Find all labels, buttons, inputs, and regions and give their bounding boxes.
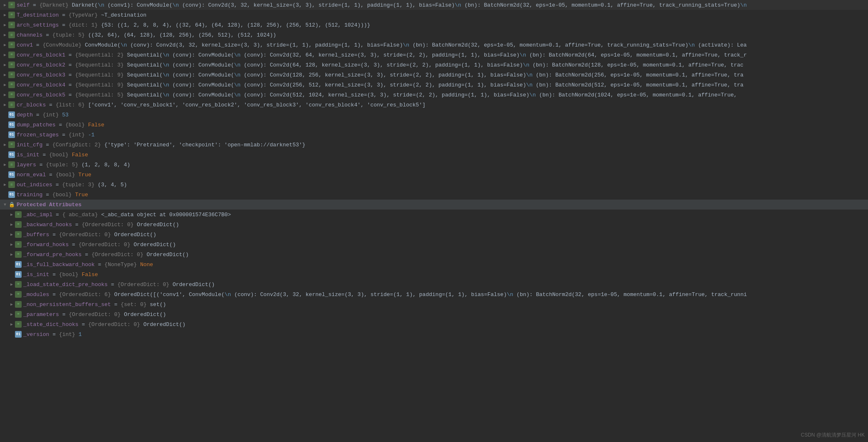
tree-container: =self = {Darknet} Darknet(\n (conv1): Co… <box>0 0 868 339</box>
tree-row-layers[interactable]: ≡layers = {tuple: 5} (1, 2, 8, 8, 4) <box>0 160 868 170</box>
watermark: CSDN @清航清梦压星河 HK <box>801 432 865 439</box>
list-icon: ≡ <box>8 101 15 108</box>
eq-icon: = <box>8 72 15 78</box>
expander-channels[interactable] <box>2 32 8 38</box>
row-content-norm_eval: norm_eval = {bool} True <box>17 172 868 178</box>
bool-icon: 01 <box>15 271 22 278</box>
row-content-protected-header: Protected Attributes <box>17 202 868 208</box>
tree-row-conv_res_block3[interactable]: =conv_res_block3 = {Sequential: 9} Seque… <box>0 70 868 80</box>
expander-_forward_pre_hooks[interactable] <box>8 251 15 258</box>
tree-row-conv_res_block4[interactable]: =conv_res_block4 = {Sequential: 9} Seque… <box>0 80 868 90</box>
expander-conv1[interactable] <box>2 42 8 48</box>
eq-icon: = <box>15 251 22 258</box>
eq-icon: = <box>8 91 15 98</box>
eq-icon: = <box>15 241 22 248</box>
tree-row-dump_patches[interactable]: 01dump_patches = {bool} False <box>0 120 868 130</box>
expander-protected-header[interactable] <box>2 201 8 208</box>
row-content-conv_res_block2: conv_res_block2 = {Sequential: 3} Sequen… <box>17 62 868 68</box>
row-content-self: self = {Darknet} Darknet(\n (conv1): Con… <box>17 2 868 8</box>
eq-icon: = <box>15 321 22 328</box>
tree-row-channels[interactable]: ≡channels = {tuple: 5} ((32, 64), (64, 1… <box>0 30 868 40</box>
tree-row-self[interactable]: =self = {Darknet} Darknet(\n (conv1): Co… <box>0 0 868 10</box>
row-content-conv_res_block4: conv_res_block4 = {Sequential: 9} Sequen… <box>17 82 868 88</box>
row-content-frozen_stages: frozen_stages = {int} -1 <box>17 132 868 138</box>
bool-icon: 01 <box>8 191 15 198</box>
expander-conv_res_block1[interactable] <box>2 52 8 58</box>
tree-row-_state_dict_hooks[interactable]: =_state_dict_hooks = {OrderedDict: 0} Or… <box>0 319 868 329</box>
row-content-dump_patches: dump_patches = {bool} False <box>17 122 868 128</box>
expander-_buffers[interactable] <box>8 231 15 238</box>
tree-row-conv_res_block1[interactable]: =conv_res_block1 = {Sequential: 2} Seque… <box>0 50 868 60</box>
tree-row-training[interactable]: 01training = {bool} True <box>0 190 868 200</box>
protected-icon: 🔒 <box>8 201 15 208</box>
row-content-cr_blocks: cr_blocks = {list: 6} ['conv1', 'conv_re… <box>17 102 868 108</box>
eq-icon: = <box>15 211 22 218</box>
expander-_abc_impl[interactable] <box>8 211 15 218</box>
bool-icon: 01 <box>15 261 22 268</box>
expander-_state_dict_hooks[interactable] <box>8 321 15 328</box>
row-content-T_destination: T_destination = {TypeVar} ~T_destination <box>17 12 868 18</box>
row-content-init_cfg: init_cfg = {ConfigDict: 2} {'type': 'Pre… <box>17 142 868 148</box>
tree-row-_load_state_dict_pre_hooks[interactable]: =_load_state_dict_pre_hooks = {OrderedDi… <box>0 279 868 289</box>
expander-self[interactable] <box>2 2 8 8</box>
expander-conv_res_block3[interactable] <box>2 72 8 78</box>
tree-row-frozen_stages[interactable]: 01frozen_stages = {int} -1 <box>0 130 868 140</box>
expander-_parameters[interactable] <box>8 311 15 318</box>
tree-row-is_init[interactable]: 01is_init = {bool} False <box>0 150 868 160</box>
tree-row-_backward_hooks[interactable]: =_backward_hooks = {OrderedDict: 0} Orde… <box>0 220 868 230</box>
expander-_backward_hooks[interactable] <box>8 221 15 228</box>
row-content-channels: channels = {tuple: 5} ((32, 64), (64, 12… <box>17 32 868 38</box>
expander-cr_blocks[interactable] <box>2 101 8 108</box>
row-content-is_init: is_init = {bool} False <box>17 152 868 158</box>
expander-_forward_hooks[interactable] <box>8 241 15 248</box>
list-icon: ≡ <box>8 181 15 188</box>
tree-row-_abc_impl[interactable]: =_abc_impl = { abc_data} <_abc_data obje… <box>0 210 868 220</box>
tree-row-conv_res_block5[interactable]: =conv_res_block5 = {Sequential: 5} Seque… <box>0 90 868 100</box>
tree-row-conv_res_block2[interactable]: =conv_res_block2 = {Sequential: 3} Seque… <box>0 60 868 70</box>
row-content-_backward_hooks: _backward_hooks = {OrderedDict: 0} Order… <box>23 222 868 228</box>
row-content-_non_persistent_buffers_set: _non_persistent_buffers_set = {set: 0} s… <box>23 301 868 308</box>
tree-row-arch_settings[interactable]: =arch_settings = {dict: 1} {53: ((1, 2, … <box>0 20 868 30</box>
tree-row-norm_eval[interactable]: 01norm_eval = {bool} True <box>0 170 868 180</box>
expander-conv_res_block5[interactable] <box>2 91 8 98</box>
row-content-_modules: _modules = {OrderedDict: 6} OrderedDict(… <box>23 291 868 298</box>
expander-layers[interactable] <box>2 161 8 168</box>
tree-row-_is_init[interactable]: 01_is_init = {bool} False <box>0 269 868 279</box>
tree-row-T_destination[interactable]: =T_destination = {TypeVar} ~T_destinatio… <box>0 10 868 20</box>
eq-icon: = <box>8 52 15 58</box>
tree-row-conv1[interactable]: =conv1 = {ConvModule} ConvModule(\n (con… <box>0 40 868 50</box>
tree-row-cr_blocks[interactable]: ≡cr_blocks = {list: 6} ['conv1', 'conv_r… <box>0 100 868 110</box>
expander-conv_res_block2[interactable] <box>2 62 8 68</box>
row-content-out_indices: out_indices = {tuple: 3} (3, 4, 5) <box>17 182 868 188</box>
tree-row-_buffers[interactable]: =_buffers = {OrderedDict: 0} OrderedDict… <box>0 230 868 240</box>
tree-row-depth[interactable]: 01depth = {int} 53 <box>0 110 868 120</box>
tree-row-_parameters[interactable]: =_parameters = {OrderedDict: 0} OrderedD… <box>0 309 868 319</box>
row-content-conv_res_block5: conv_res_block5 = {Sequential: 5} Sequen… <box>17 92 868 98</box>
tree-row-out_indices[interactable]: ≡out_indices = {tuple: 3} (3, 4, 5) <box>0 180 868 190</box>
eq-icon: = <box>8 22 15 28</box>
expander-conv_res_block4[interactable] <box>2 81 8 88</box>
tree-row-_non_persistent_buffers_set[interactable]: =_non_persistent_buffers_set = {set: 0} … <box>0 299 868 309</box>
tree-row-_modules[interactable]: =_modules = {OrderedDict: 6} OrderedDict… <box>0 289 868 299</box>
tree-row-_forward_hooks[interactable]: =_forward_hooks = {OrderedDict: 0} Order… <box>0 240 868 249</box>
expander-init_cfg[interactable] <box>2 141 8 148</box>
tree-row-protected-header[interactable]: 🔒Protected Attributes <box>0 200 868 210</box>
tree-row-init_cfg[interactable]: =init_cfg = {ConfigDict: 2} {'type': 'Pr… <box>0 140 868 150</box>
bool-icon: 01 <box>8 151 15 158</box>
tree-row-_forward_pre_hooks[interactable]: =_forward_pre_hooks = {OrderedDict: 0} O… <box>0 249 868 259</box>
expander-T_destination[interactable] <box>2 12 8 18</box>
eq-icon: = <box>8 42 15 48</box>
expander-_modules[interactable] <box>8 291 15 298</box>
expander-arch_settings[interactable] <box>2 22 8 28</box>
eq-icon: = <box>15 221 22 228</box>
tree-row-_version[interactable]: 01_version = {int} 1 <box>0 329 868 339</box>
row-content-depth: depth = {int} 53 <box>17 112 868 118</box>
expander-_non_persistent_buffers_set[interactable] <box>8 301 15 308</box>
expander-_load_state_dict_pre_hooks[interactable] <box>8 281 15 288</box>
eq-icon: = <box>15 311 22 318</box>
row-content-_is_full_backward_hook: _is_full_backward_hook = {NoneType} None <box>23 262 868 268</box>
eq-icon: = <box>8 2 15 8</box>
row-content-_buffers: _buffers = {OrderedDict: 0} OrderedDict(… <box>23 232 868 238</box>
tree-row-_is_full_backward_hook[interactable]: 01_is_full_backward_hook = {NoneType} No… <box>0 259 868 269</box>
expander-out_indices[interactable] <box>2 181 8 188</box>
